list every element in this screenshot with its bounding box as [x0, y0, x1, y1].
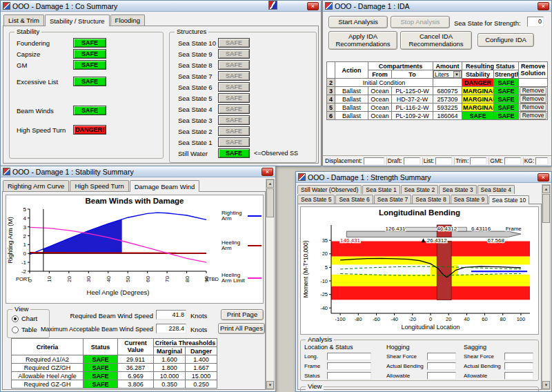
row-number: 6: [327, 112, 335, 120]
remove-solution-button[interactable]: Remove: [520, 95, 546, 103]
radio-table[interactable]: Table: [12, 326, 37, 333]
svg-text:STBD: STBD: [205, 276, 219, 282]
radio-label: Table: [21, 326, 37, 333]
status-sea-state-9[interactable]: SAFE: [218, 49, 250, 59]
close-icon[interactable]: ×: [538, 173, 549, 182]
close-icon[interactable]: ×: [262, 168, 273, 176]
svg-text:80: 80: [500, 316, 506, 322]
action-cell: Ballast: [335, 87, 368, 95]
svg-text:70: 70: [164, 276, 170, 282]
status-sea-state-2[interactable]: SAFE: [218, 126, 250, 136]
status-excessive-list[interactable]: SAFE: [73, 77, 106, 86]
tab-still-water-observed[interactable]: Still Water (Observed): [297, 185, 362, 194]
status-high-speed-turn[interactable]: DANGER!: [73, 125, 106, 135]
titlebar-ida[interactable]: OOO - Damage 1 : IDA ×: [323, 1, 551, 12]
print-page-button[interactable]: Print Page: [221, 309, 264, 320]
status-sea-state-1[interactable]: SAFE: [218, 137, 250, 147]
tab-sea-state-1[interactable]: Sea State 1: [362, 185, 400, 194]
remove-solution-button[interactable]: Remove: [520, 104, 546, 111]
scroll-up-icon[interactable]: ▲: [542, 185, 550, 193]
svg-text:5: 5: [23, 206, 27, 213]
status-sea-state-8[interactable]: SAFE: [218, 60, 250, 70]
trim-label: Trim:: [455, 157, 469, 164]
status-sea-state-4[interactable]: SAFE: [218, 104, 250, 114]
titlebar-strength-summary[interactable]: OOO - Damage 1 : Strength Summary ×: [296, 172, 551, 183]
status-sea-state-10[interactable]: SAFE: [218, 38, 250, 48]
legend-item: Righting Arm: [221, 210, 262, 222]
radio-chart[interactable]: Chart: [12, 315, 37, 322]
stop-analysis-button[interactable]: Stop Analysis: [391, 16, 450, 28]
start-analysis-button[interactable]: Start Analysis: [328, 16, 388, 28]
print-all-pages-button[interactable]: Print All Pages: [218, 323, 265, 334]
tab-stability-structure[interactable]: Stability / Structure: [45, 14, 110, 26]
svg-text:80: 80: [184, 276, 190, 282]
group-label: Structures: [175, 28, 208, 35]
scroll-thumb[interactable]: [542, 194, 550, 223]
tab-flooding[interactable]: Flooding: [110, 14, 145, 26]
close-icon[interactable]: ×: [307, 2, 319, 10]
tab-righting-arm-curve[interactable]: Righting Arm Curve: [3, 180, 69, 191]
scroll-thumb[interactable]: [266, 188, 274, 217]
vertical-scrollbar[interactable]: ▲ ▼: [266, 179, 275, 390]
apply-ida-button[interactable]: Apply IDA Recommendations: [328, 31, 397, 50]
status-label: Status: [304, 373, 325, 379]
tab-sea-state-7[interactable]: Sea State 7: [374, 195, 411, 204]
status-sea-state-5[interactable]: SAFE: [218, 93, 250, 103]
tab-high-speed-turn[interactable]: High Speed Turn: [70, 180, 128, 191]
amount-cell: [433, 79, 462, 87]
status-capsize[interactable]: SAFE: [73, 49, 106, 59]
scroll-up-icon[interactable]: ▲: [266, 179, 274, 188]
svg-text:5: 5: [325, 264, 328, 271]
status-cell: SAFE: [83, 380, 118, 389]
criteria-table: Criteria Status Current Value Criteria T…: [11, 338, 217, 389]
status-beam-winds[interactable]: SAFE: [73, 106, 106, 115]
tab-sea-state-9[interactable]: Sea State 9: [451, 195, 488, 204]
units-dropdown[interactable]: Liters▼: [433, 70, 462, 78]
cancel-ida-button[interactable]: Cancel IDA Recommendations: [400, 31, 472, 50]
tab-sea-state-8[interactable]: Sea State 8: [412, 195, 449, 204]
svg-text:20: 20: [66, 276, 72, 282]
tab-list-trim[interactable]: List & Trim: [3, 14, 44, 26]
structures-item-label: Sea State 2: [178, 128, 213, 135]
tab-sea-state-2[interactable]: Sea State 2: [401, 185, 438, 194]
tab-damage-beam-wind[interactable]: Damage Beam Wind: [130, 180, 200, 192]
strength-status-cell: SAFE: [494, 112, 519, 120]
col-status: Status: [83, 339, 118, 355]
col-marginal: Marginal: [154, 347, 186, 355]
scroll-down-icon[interactable]: ▼: [542, 381, 550, 389]
tab-sea-state-3[interactable]: Sea State 3: [439, 185, 476, 194]
status-still-water[interactable]: SAFE: [218, 148, 250, 158]
vertical-scrollbar[interactable]: ▲ ▼: [542, 184, 551, 390]
row-number: 4: [327, 95, 335, 104]
status-foundering[interactable]: SAFE: [73, 38, 106, 48]
sea-state-strength-input[interactable]: 0: [527, 17, 544, 27]
window-title: OOO - Damage 1 : IDA: [335, 2, 535, 10]
titlebar-stability-summary[interactable]: OOO - Damage 1 : Stability Summary ×: [1, 166, 275, 177]
status-gm[interactable]: SAFE: [73, 60, 106, 70]
strength-status-cell: SAFE: [494, 79, 519, 87]
close-icon[interactable]: ×: [538, 2, 549, 10]
table-row: 4 Ballast Ocean HD-37-2-W 257309 MARGINA…: [327, 95, 548, 104]
stability-status-cell: MARGINAL: [462, 95, 494, 104]
remove-solution-button[interactable]: Remove: [520, 87, 546, 95]
remove-solution-button[interactable]: Remove: [520, 112, 546, 119]
tab-sea-state-5[interactable]: Sea State 5: [297, 195, 335, 204]
location-status-column: Location & Status Long. Frame Status: [304, 344, 382, 381]
status-sea-state-7[interactable]: SAFE: [218, 71, 250, 81]
action-cell: Ballast: [335, 104, 368, 112]
scroll-down-icon[interactable]: ▼: [266, 381, 274, 389]
draft-label: Draft:: [388, 157, 402, 164]
to-cell: PL-109-2-W: [392, 112, 433, 120]
tab-sea-state-10[interactable]: Sea State 10: [489, 195, 529, 204]
status-sea-state-3[interactable]: SAFE: [218, 115, 250, 125]
max-wind-label: Maximum Acceptable Beam Wind Speed: [36, 326, 153, 333]
criteria-cell: Required GZ/GH: [12, 364, 83, 372]
stability-group: Stability Foundering SAFE Capsize SAFE G…: [9, 32, 164, 159]
tab-sea-state-6[interactable]: Sea State 6: [335, 195, 373, 204]
window-strength-summary: OOO - Damage 1 : Strength Summary × Stil…: [295, 171, 552, 392]
status-sea-state-6[interactable]: SAFE: [218, 82, 250, 92]
svg-text:46.4312: 46.4312: [437, 226, 457, 232]
configure-ida-button[interactable]: Configure IDA: [477, 33, 534, 47]
svg-text:2: 2: [23, 233, 27, 239]
tab-sea-state-4[interactable]: Sea State 4: [477, 185, 515, 194]
